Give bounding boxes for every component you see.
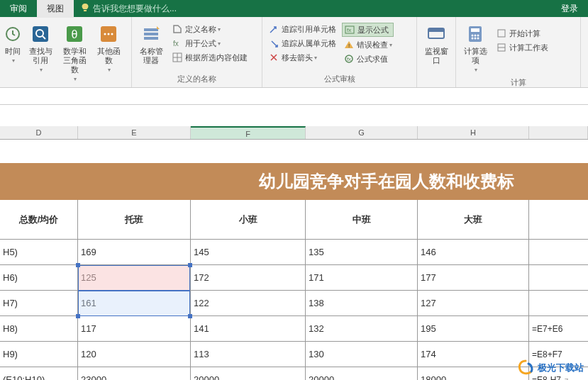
trace-prec-icon (268, 23, 279, 35)
tell-me-text: 告诉我您想要做什么... (93, 3, 177, 15)
cell[interactable]: 113 (191, 342, 306, 367)
data-table: 总数/均价 托班 小班 中班 大班 H5) 169 145 135 146 H6… (0, 200, 588, 380)
calc-sheet-button[interactable]: 计算工作表 (494, 41, 550, 54)
svg-point-27 (477, 35, 479, 37)
name-manager-button[interactable]: 名称管理器 (135, 21, 167, 67)
cell[interactable]: H5) (0, 240, 78, 264)
cell[interactable]: 141 (191, 316, 306, 341)
login-button[interactable]: 登录 (551, 3, 588, 15)
table-row: H6) 125 172 171 177 (0, 265, 588, 291)
cell[interactable]: 120 (78, 342, 191, 367)
formula-bar[interactable] (0, 89, 588, 105)
header-zhongban: 中班 (306, 200, 418, 239)
cell[interactable]: 145 (191, 240, 306, 264)
tell-me-box[interactable]: 告诉我您想要做什么... (74, 3, 551, 15)
lookup-button[interactable]: 查找与引用▾ (24, 21, 57, 76)
fx-icon: fx (172, 38, 183, 49)
table-row: H7) 161 122 138 127 (0, 291, 588, 316)
cell[interactable]: H8) (0, 316, 78, 341)
cell[interactable]: 171 (306, 265, 418, 290)
col-header-e[interactable]: E (78, 126, 191, 139)
watermark: 极光下载站 www.xz7.com (516, 359, 584, 377)
svg-rect-24 (471, 28, 479, 32)
cell[interactable]: 23000 (78, 367, 191, 380)
header-total: 总数/均价 (0, 200, 78, 239)
tab-view[interactable]: 视图 (37, 0, 74, 18)
col-header-d[interactable]: D (0, 126, 78, 139)
define-name-button[interactable]: 定义名称▾ (170, 23, 249, 35)
remove-arrows-button[interactable]: 移去箭头▾ (267, 51, 338, 64)
svg-rect-22 (428, 28, 444, 32)
selection-handle[interactable] (188, 314, 192, 318)
error-check-button[interactable]: !错误检查▾ (342, 38, 394, 51)
cell[interactable]: 138 (306, 291, 418, 315)
more-funcs-button[interactable]: 其他函数▾ (92, 21, 125, 76)
col-header-g[interactable]: G (306, 126, 418, 139)
trace-precedents-button[interactable]: 追踪引用单元格 (267, 23, 338, 35)
svg-point-29 (475, 38, 477, 40)
svg-point-30 (477, 38, 479, 40)
tab-review[interactable]: 审阅 (0, 0, 37, 18)
cell[interactable] (529, 291, 588, 315)
use-in-formula-button[interactable]: fx用于公式▾ (170, 37, 249, 50)
trace-dep-label: 追踪从属单元格 (282, 38, 336, 49)
calc-now-icon (496, 28, 507, 39)
svg-point-7 (108, 33, 110, 35)
cell[interactable]: 130 (306, 342, 418, 367)
svg-point-26 (475, 35, 477, 37)
eval-formula-button[interactable]: fx公式求值 (342, 52, 394, 65)
more-icon (97, 23, 120, 45)
cell[interactable]: 20000 (306, 367, 418, 380)
calc-options-button[interactable]: 计算选项▾ (459, 21, 492, 76)
tag-icon (172, 23, 183, 35)
cell[interactable]: 169 (78, 240, 191, 264)
cell[interactable] (529, 265, 588, 290)
cell[interactable]: 172 (191, 265, 306, 290)
calc-sheet-icon (496, 42, 507, 53)
cell[interactable]: H6) (0, 265, 78, 290)
col-header-f[interactable]: F (191, 126, 306, 139)
cell[interactable]: 195 (418, 316, 529, 341)
col-header-h[interactable]: H (418, 126, 529, 139)
cell[interactable]: 132 (306, 316, 418, 341)
show-formulas-button[interactable]: fx显示公式 (342, 23, 394, 37)
col-header-i[interactable] (529, 126, 588, 139)
cell[interactable]: =E7+E6 (529, 316, 588, 341)
cell[interactable]: 161 (78, 291, 191, 315)
selection-handle[interactable] (188, 263, 192, 267)
time-label: 时间 (5, 47, 21, 56)
cell[interactable]: 174 (418, 342, 529, 367)
cell[interactable] (529, 240, 588, 264)
cell[interactable]: 18000 (418, 367, 529, 380)
group-label (3, 85, 128, 88)
cell[interactable]: 122 (191, 291, 306, 315)
svg-point-6 (104, 33, 106, 35)
calc-now-label: 开始计算 (509, 28, 540, 39)
ribbon: 时间▾ 查找与引用▾ θ 数学和三角函数▾ 其他函数▾ 名称管理器 (0, 17, 588, 88)
cell[interactable]: 117 (78, 316, 191, 341)
cell[interactable]: H9) (0, 342, 78, 367)
selection-handle[interactable] (76, 314, 80, 318)
time-button[interactable]: 时间▾ (3, 21, 23, 67)
cell[interactable]: (E10:H10) (0, 367, 78, 380)
math-label: 数学和三角函数 (60, 47, 89, 74)
watch-window-button[interactable]: 监视窗口 (420, 21, 453, 67)
cell[interactable]: 127 (418, 291, 529, 315)
math-trig-button[interactable]: θ 数学和三角函数▾ (58, 21, 91, 85)
cell[interactable]: 135 (306, 240, 418, 264)
watch-label: 监视窗口 (421, 47, 451, 65)
remove-arrows-icon (268, 52, 279, 63)
watermark-text: 极光下载站 (538, 362, 584, 374)
cell[interactable]: 146 (418, 240, 529, 264)
create-label: 根据所选内容创建 (185, 52, 248, 63)
trace-dependents-button[interactable]: 追踪从属单元格 (267, 37, 338, 50)
error-icon: ! (343, 39, 355, 50)
selection-handle[interactable] (76, 263, 80, 267)
table-row: H5) 169 145 135 146 (0, 240, 588, 265)
cell[interactable]: 20000 (191, 367, 306, 380)
cell[interactable]: 177 (418, 265, 529, 290)
create-from-selection-button[interactable]: 根据所选内容创建 (170, 51, 249, 64)
calc-now-button[interactable]: 开始计算 (494, 27, 550, 40)
cell[interactable]: H7) (0, 291, 78, 315)
cell[interactable]: 125 (78, 265, 191, 290)
